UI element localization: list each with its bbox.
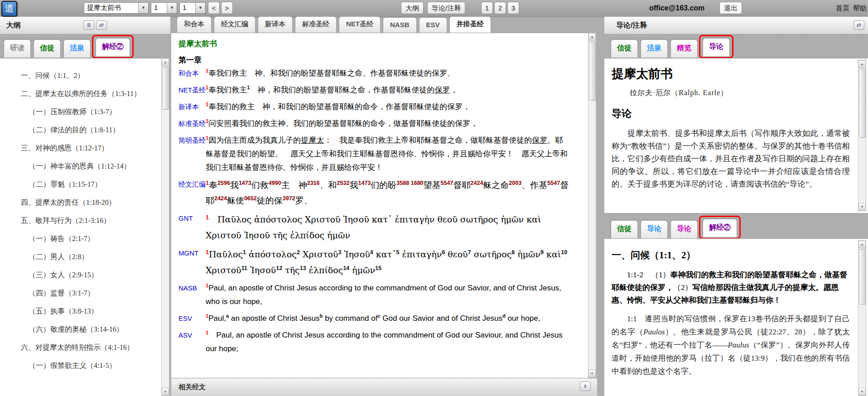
chapter-select[interactable]: 1 ▼ (151, 2, 177, 14)
tab-活泉[interactable]: 活泉 (641, 39, 668, 58)
outline-item[interactable]: （一）假禁欲主义（4:1-5） (4, 359, 159, 372)
app-logo[interactable]: 道 (1, 1, 17, 17)
text-segment: Χριστοῦ (300, 249, 338, 259)
tab-导论[interactable]: 导论 (703, 38, 730, 56)
layout-button-3[interactable]: 3 (507, 2, 519, 14)
outline-toggle-button[interactable]: 大纲 (401, 2, 424, 14)
introduction-scrollbar[interactable]: ▲ ▼ (858, 60, 866, 211)
text-segment: ， (450, 86, 458, 94)
intro-commentary-toggle-button[interactable]: 导论/注释 (427, 2, 465, 14)
next-chapter-button[interactable]: > (221, 2, 233, 14)
book-select[interactable]: 提摩太前书 ▼ (84, 2, 149, 14)
tab-标准圣经[interactable]: 标准圣经 (295, 16, 337, 33)
outline-item[interactable]: （二）律法的目的（1:8-11） (4, 123, 159, 136)
outline-scrollbar[interactable]: ▲ ▼ (161, 58, 169, 396)
scrollbar-thumb[interactable] (859, 69, 866, 138)
refresh-icon[interactable]: ⇄ (96, 20, 107, 30)
outline-item[interactable]: 六、对提摩太的特别指示（4:1-16） (4, 341, 159, 354)
tab-NET圣经[interactable]: NET圣经 (339, 16, 381, 33)
logout-button[interactable]: 退出 (719, 2, 742, 14)
prev-chapter-button[interactable]: < (208, 2, 220, 14)
commentary-scripture-quote: 1:1-2 （1）奉神我们的救主和我们的盼望基督耶稣之命，做基督耶稣使徒的保罗，… (612, 269, 850, 307)
scroll-down-icon[interactable]: ▼ (588, 370, 596, 377)
verse-row: ASV1 Paul, an apostle of Christ Jesus ac… (178, 328, 582, 356)
scrollbar-track[interactable] (588, 41, 596, 370)
scrollbar-thumb[interactable] (162, 67, 169, 110)
outline-item[interactable]: 三、对神的感恩（1:12-17） (4, 141, 159, 155)
scroll-down-icon[interactable]: ▼ (858, 203, 866, 211)
scroll-up-icon[interactable]: ▲ (858, 60, 866, 68)
version-label[interactable]: 标准圣经 (178, 117, 206, 130)
outline-item[interactable]: （二）罪魁（1:15-17） (4, 178, 159, 191)
help-link[interactable]: 帮助 (853, 4, 867, 13)
outline-item[interactable]: （五）执事（3:8-13） (4, 304, 159, 318)
outline-item[interactable]: （四）监督（3:1-7） (4, 286, 159, 299)
tab-导论[interactable]: 导论 (670, 220, 698, 238)
outline-item[interactable]: （一）压制假教师（1:3-7） (4, 105, 159, 118)
version-label[interactable]: 经文汇编 (178, 178, 206, 208)
tab-解经②[interactable]: 解经② (703, 219, 737, 237)
scrollbar-track[interactable] (162, 66, 169, 388)
text-segment: 2424 (214, 195, 227, 202)
version-label[interactable]: MGNT (178, 246, 206, 278)
tab-新译本[interactable]: 新译本 (258, 16, 293, 33)
outline-item[interactable]: （六）敬虔的奥秘（3:14-16） (4, 323, 159, 336)
tab-经文汇编[interactable]: 经文汇编 (214, 16, 256, 33)
scroll-down-icon[interactable]: ▼ (162, 388, 169, 396)
text-segment: d (502, 313, 506, 319)
chevron-down-icon[interactable]: ▼ (167, 3, 177, 13)
version-label[interactable]: NASB (178, 281, 206, 309)
tab-和合本[interactable]: 和合本 (177, 16, 212, 33)
tab-信徒[interactable]: 信徒 (611, 220, 638, 238)
version-label[interactable]: 简明圣经 (178, 134, 206, 174)
scrollbar-track[interactable] (858, 248, 866, 388)
verse-rows: 和合本1奉我们救主 神、和我们的盼望基督耶稣之命、作基督耶稣使徒的保罗、NET圣… (178, 67, 582, 356)
scroll-up-icon[interactable]: ▲ (858, 241, 866, 248)
scroll-down-icon[interactable]: ▼ (858, 388, 866, 396)
list-icon[interactable]: ≣ (83, 20, 94, 30)
text-segment: ： 我是奉我们救主上帝和耶稣基督之命，做耶稣基督使徒的 (324, 136, 532, 145)
layout-button-2[interactable]: 2 (494, 2, 506, 14)
outline-item[interactable]: 四、提摩太的责任（1:18-20） (4, 196, 159, 209)
text-segment: Ἰησοῦ (247, 265, 276, 275)
bible-text-scrollbar[interactable]: ▲ ▼ (588, 33, 596, 378)
scrollbar-track[interactable] (858, 68, 866, 203)
outline-item[interactable]: 一、问候（1:1、2） (4, 69, 159, 82)
chevron-down-icon[interactable]: ▼ (138, 3, 148, 13)
layout-button-1[interactable]: 1 (481, 2, 493, 14)
commentary-scrollbar[interactable]: ▲ ▼ (858, 240, 866, 396)
outline-item[interactable]: （一）祷告（2:1-7） (4, 232, 159, 245)
scrollbar-thumb[interactable] (859, 249, 866, 304)
version-label[interactable]: ESV (178, 312, 206, 325)
tab-活泉[interactable]: 活泉 (63, 39, 91, 58)
tab-信徒[interactable]: 信徒 (34, 39, 61, 58)
tab-并排圣经[interactable]: 并排圣经 (449, 16, 491, 33)
chevron-down-icon[interactable]: ▼ (195, 3, 205, 13)
version-label[interactable]: 和合本 (178, 67, 206, 80)
scroll-up-icon[interactable]: ▲ (162, 58, 169, 66)
verse-select[interactable]: 1 ▼ (179, 2, 206, 14)
scroll-up-icon[interactable]: ▲ (588, 33, 596, 41)
outline-panel-title: 大纲 (6, 21, 21, 30)
collapse-icon[interactable]: ∧ (580, 382, 591, 391)
version-label[interactable]: ASV (178, 328, 206, 356)
refresh-icon[interactable]: ⇄ (854, 20, 864, 30)
tab-解经②[interactable]: 解经② (96, 38, 130, 56)
tab-信徒[interactable]: 信徒 (611, 39, 638, 58)
outline-item[interactable]: （二）男人（2:8） (4, 250, 159, 263)
outline-item[interactable]: （一）神丰富的恩典（1:12-14） (4, 159, 159, 173)
tab-NASB[interactable]: NASB (383, 17, 417, 33)
outline-item[interactable]: 五、敬拜与行为（2:1-3:16） (4, 214, 159, 227)
scrollbar-thumb[interactable] (589, 42, 596, 101)
outline-item[interactable]: （三）女人（2:9-15） (4, 268, 159, 281)
tab-ESV[interactable]: ESV (419, 17, 447, 33)
account-email: office@163.com (649, 4, 704, 12)
outline-item[interactable]: 二、提摩太在以弗所的任务（1:3-11） (4, 87, 159, 100)
tab-导论[interactable]: 导论 (641, 220, 668, 238)
tab-研读[interactable]: 研读 (4, 39, 31, 58)
version-label[interactable]: NET圣经 (178, 83, 206, 97)
tab-精览[interactable]: 精览 (670, 39, 698, 58)
home-link[interactable]: 首页 (836, 4, 849, 13)
version-label[interactable]: 新译本 (178, 100, 206, 114)
version-label[interactable]: GNT (178, 212, 206, 243)
